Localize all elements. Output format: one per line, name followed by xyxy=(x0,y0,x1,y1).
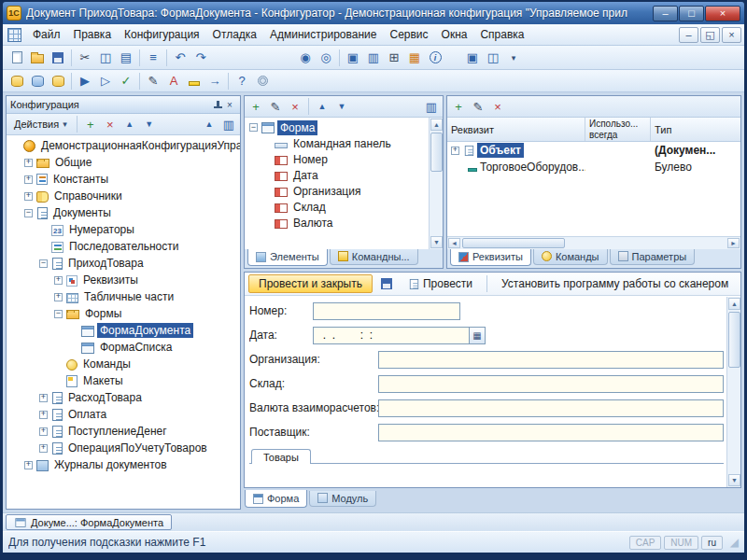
elements-scrollbar[interactable]: ▲ ▼ xyxy=(429,118,443,249)
column-tip[interactable]: Тип xyxy=(651,118,740,141)
maximize-button[interactable]: □ xyxy=(679,6,704,21)
tree-item-prihod-tovara[interactable]: ПриходТовара xyxy=(7,255,240,272)
organization-input[interactable] xyxy=(378,351,724,369)
language-indicator[interactable]: ru xyxy=(701,536,723,550)
expander-icon[interactable] xyxy=(24,175,33,184)
mdi-minimize-button[interactable]: – xyxy=(679,27,698,43)
expander-icon[interactable] xyxy=(24,192,33,201)
element-item-sklad[interactable]: Склад xyxy=(246,199,428,215)
goto-button[interactable]: → xyxy=(204,72,225,91)
save-configuration-button[interactable] xyxy=(27,72,48,91)
calendar-button[interactable]: ▦ xyxy=(404,49,425,67)
delete-attribute-button[interactable]: × xyxy=(488,98,507,116)
attributes-hscrollbar[interactable]: ◄ ► xyxy=(447,236,740,249)
resize-grip[interactable] xyxy=(726,536,739,549)
collapse-all-button[interactable]: ▲ xyxy=(200,116,218,133)
edit-text-button[interactable]: ✎ xyxy=(143,72,163,91)
tab-tovary[interactable]: Товары xyxy=(251,449,311,464)
attribute-row-obyekt[interactable]: Объект (Докумен... xyxy=(447,142,740,159)
find-button[interactable]: ◉ xyxy=(295,49,316,67)
expander-icon[interactable] xyxy=(249,123,258,132)
tab-parametry[interactable]: Параметры xyxy=(610,249,696,265)
element-down-button[interactable]: ▼ xyxy=(332,98,351,116)
settings-button[interactable] xyxy=(252,72,273,91)
scroll-thumb[interactable] xyxy=(430,133,443,172)
step-debug-button[interactable]: ▷ xyxy=(95,72,116,91)
tree-item-tablichnye-chasti[interactable]: Табличные части xyxy=(7,288,240,305)
menu-edit[interactable]: Правка xyxy=(67,25,119,44)
expander-icon[interactable] xyxy=(24,159,33,167)
menu-file[interactable]: Файл xyxy=(26,25,67,44)
add-object-button[interactable]: + xyxy=(81,116,100,133)
edit-attribute-button[interactable]: ✎ xyxy=(469,98,487,116)
panel-options-button[interactable]: ▥ xyxy=(219,116,238,133)
tab-komandy[interactable]: Команды xyxy=(533,249,608,265)
close-button[interactable]: × xyxy=(705,6,740,21)
toolbar-options-button[interactable]: ▾ xyxy=(503,49,524,67)
warehouse-input[interactable] xyxy=(378,375,724,393)
scroll-thumb[interactable] xyxy=(728,312,740,368)
tree-item-sequences[interactable]: Последовательности xyxy=(7,238,240,255)
cascade-button[interactable]: ◫ xyxy=(483,49,503,67)
expander-icon[interactable] xyxy=(24,461,33,469)
scroll-down-arrow[interactable]: ▼ xyxy=(728,474,740,486)
tree-item-operaciya-po-uchetu[interactable]: ОперацияПоУчетуТоваров xyxy=(7,440,240,456)
syntax-help-button[interactable]: ? xyxy=(232,72,252,91)
save-button[interactable] xyxy=(48,49,68,67)
format-button[interactable]: А xyxy=(163,72,184,91)
element-item-valyuta[interactable]: Валюта xyxy=(246,215,428,231)
tab-rekvizity[interactable]: Реквизиты xyxy=(450,248,531,266)
tree-item-postuplenie-deneg[interactable]: ПоступлениеДенег xyxy=(7,423,240,440)
move-down-button[interactable]: ▼ xyxy=(140,116,159,133)
expander-icon[interactable] xyxy=(39,259,48,268)
delete-element-button[interactable]: × xyxy=(286,98,304,116)
element-item-data[interactable]: Дата xyxy=(246,167,428,183)
mdi-document-icon[interactable] xyxy=(7,28,21,42)
tree-item-common[interactable]: Общие xyxy=(7,154,240,171)
paste-button[interactable]: ▤ xyxy=(116,49,136,67)
element-item-organizaciya[interactable]: Организация xyxy=(246,183,428,199)
tree-item-komandy[interactable]: Команды xyxy=(7,356,240,372)
redo-button[interactable]: ↷ xyxy=(190,49,211,67)
calculator-button[interactable]: ⊞ xyxy=(384,49,404,67)
open-button[interactable] xyxy=(27,49,48,67)
open-configuration-button[interactable] xyxy=(7,72,27,91)
move-up-button[interactable]: ▲ xyxy=(120,116,139,133)
tree-item-makety[interactable]: Макеты xyxy=(7,372,240,389)
expander-icon[interactable] xyxy=(54,310,63,318)
add-attribute-button[interactable]: + xyxy=(449,98,468,116)
tree-item-forma-spiska[interactable]: ФормаСписка xyxy=(7,339,240,356)
menu-windows[interactable]: Окна xyxy=(435,25,474,44)
menu-configuration[interactable]: Конфигурация xyxy=(118,25,206,44)
expander-icon[interactable] xyxy=(54,293,63,301)
tree-item-forma-dokumenta[interactable]: ФормаДокумента xyxy=(7,322,240,339)
tree-item-constants[interactable]: Константы xyxy=(7,171,240,188)
new-button[interactable] xyxy=(7,49,27,67)
post-and-close-button[interactable]: Провести и закрыть xyxy=(248,274,373,293)
tree-item-documents[interactable]: Документы xyxy=(7,204,240,221)
scroll-left-arrow[interactable]: ◄ xyxy=(448,238,460,248)
expander-icon[interactable] xyxy=(54,276,63,285)
column-ispolzovat-vsegda[interactable]: Использо... всегда xyxy=(585,118,651,141)
copy-button[interactable]: ◫ xyxy=(95,49,116,67)
supplier-input[interactable] xyxy=(378,424,724,441)
actions-button[interactable]: Действия ▾ xyxy=(8,116,73,133)
tree-item-oplata[interactable]: Оплата xyxy=(7,406,240,423)
tab-forma[interactable]: Форма xyxy=(245,490,307,508)
menu-service[interactable]: Сервис xyxy=(383,25,434,44)
document-window-tab[interactable]: Докуме...: ФормаДокумента xyxy=(6,514,172,530)
tree-item-catalogs[interactable]: Справочники xyxy=(7,188,240,204)
attribute-row-torgovoe-oborudovanie[interactable]: ТорговоеОборудов... Булево xyxy=(447,159,740,175)
mdi-close-button[interactable]: × xyxy=(722,27,741,43)
check-syntax-button[interactable]: ✓ xyxy=(116,72,136,91)
element-item-komandnaya-panel[interactable]: Командная панель xyxy=(246,135,428,151)
element-item-forma[interactable]: Форма xyxy=(246,119,428,135)
tree-item-rashod-tovara[interactable]: РасходТовара xyxy=(7,389,240,406)
tab-komandny-interfeys[interactable]: Командны... xyxy=(330,249,418,265)
calendar-dropdown-button[interactable]: ▦ xyxy=(470,327,486,344)
scroll-right-arrow[interactable]: ► xyxy=(727,238,740,248)
expander-icon[interactable] xyxy=(39,444,48,453)
menu-help[interactable]: Справка xyxy=(473,25,530,44)
element-up-button[interactable]: ▲ xyxy=(313,98,331,116)
configuration-panel-close-button[interactable]: × xyxy=(223,99,236,111)
